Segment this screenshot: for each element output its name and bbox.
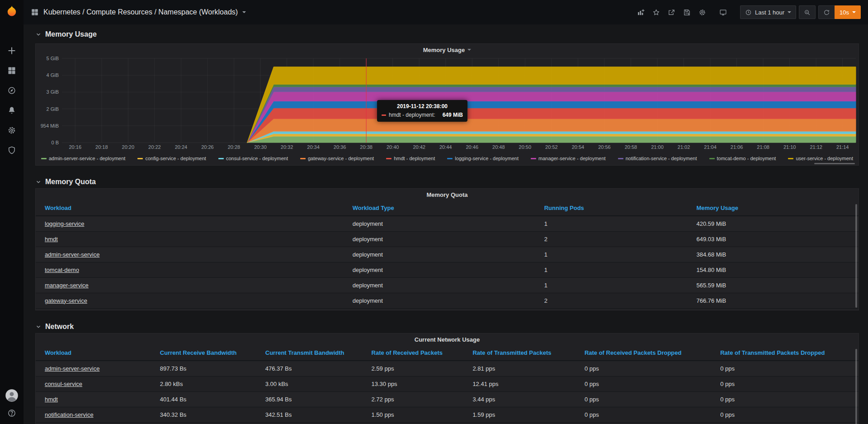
svg-text:20:30: 20:30 xyxy=(254,144,267,150)
share-icon xyxy=(668,9,675,16)
table-row: manager-servicedeployment1565.59 MiB xyxy=(36,277,859,293)
sidebar-item-configuration[interactable] xyxy=(0,120,24,140)
workload-link[interactable]: tomcat-demo xyxy=(45,267,79,273)
sidebar-item-create[interactable] xyxy=(0,41,24,61)
sidebar-item-server-admin[interactable] xyxy=(0,140,24,160)
svg-text:20:48: 20:48 xyxy=(492,144,505,150)
table-cell: 401.44 Bs xyxy=(151,391,256,407)
star-button[interactable] xyxy=(650,5,663,19)
gear-icon xyxy=(7,126,16,135)
memory-usage-chart[interactable]: 20:1620:1820:2020:2220:2420:2620:2820:30… xyxy=(36,56,859,152)
panel-title-network-usage[interactable]: Current Network Usage xyxy=(36,333,859,345)
column-header[interactable]: Rate of Received Packets Dropped xyxy=(576,345,711,361)
sidebar-bottom xyxy=(0,389,24,424)
workload-link[interactable]: manager-service xyxy=(45,282,89,289)
table-cell: deployment xyxy=(344,293,535,308)
legend-item[interactable]: consul-service - deployment xyxy=(218,156,288,161)
workload-link[interactable]: gateway-service xyxy=(45,297,87,304)
legend-item[interactable]: notification-service - deployment xyxy=(618,156,697,161)
refresh-icon xyxy=(823,9,830,16)
grafana-logo[interactable] xyxy=(4,4,19,19)
column-header[interactable]: Running Pods xyxy=(535,200,688,216)
svg-text:2 GiB: 2 GiB xyxy=(46,106,59,112)
magnifier-minus-icon xyxy=(804,9,811,16)
table-header-row: WorkloadWorkload TypeRunning PodsMemory … xyxy=(36,200,859,216)
table-cell: 1 xyxy=(535,247,688,262)
table-cell: 1.59 pps xyxy=(463,407,576,422)
cycle-view-button[interactable] xyxy=(717,5,730,19)
table-cell: 565.59 MiB xyxy=(687,277,859,293)
column-header[interactable]: Rate of Transmitted Packets xyxy=(463,345,576,361)
column-header[interactable]: Memory Usage xyxy=(687,200,859,216)
column-header[interactable]: Rate of Transmitted Packets Dropped xyxy=(711,345,859,361)
workload-link[interactable]: hmdt xyxy=(45,236,58,243)
sidebar-item-explore[interactable] xyxy=(0,81,24,100)
legend-series-marker xyxy=(447,158,453,159)
dashboard-settings-button[interactable] xyxy=(696,5,709,19)
add-panel-button[interactable] xyxy=(634,5,648,19)
horizontal-scrollbar[interactable] xyxy=(814,163,855,164)
workload-cell: hmdt xyxy=(36,231,344,247)
table-cell: 0 pps xyxy=(576,407,711,422)
legend-series-label: hmdt - deployment xyxy=(394,156,435,161)
save-button[interactable] xyxy=(680,5,694,19)
svg-text:21:04: 21:04 xyxy=(704,144,717,150)
memory-quota-panel: Memory Quota WorkloadWorkload TypeRunnin… xyxy=(35,188,859,310)
svg-text:20:42: 20:42 xyxy=(413,144,425,150)
sidebar-item-alerting[interactable] xyxy=(0,100,24,120)
workload-cell: gateway-service xyxy=(36,293,344,308)
zoom-out-button[interactable] xyxy=(799,5,816,19)
legend-item[interactable]: admin-server-service - deployment xyxy=(41,156,125,161)
table-row: gateway-servicedeployment2766.76 MiB xyxy=(36,293,859,308)
column-header[interactable]: Current Receive Bandwidth xyxy=(151,345,256,361)
column-header[interactable]: Rate of Received Packets xyxy=(363,345,464,361)
vertical-scrollbar[interactable] xyxy=(855,349,857,424)
table-cell: deployment xyxy=(344,231,535,247)
chevron-down-icon[interactable] xyxy=(242,11,246,13)
legend-item[interactable]: hmdt - deployment xyxy=(386,156,435,161)
sidebar-item-dashboards[interactable] xyxy=(0,61,24,81)
panel-title-memory-usage[interactable]: Memory Usage xyxy=(36,44,859,56)
workload-link[interactable]: admin-server-service xyxy=(45,365,99,372)
table-cell: 649.03 MiB xyxy=(687,231,859,247)
workload-cell: tomcat-demo xyxy=(36,262,344,277)
svg-text:20:24: 20:24 xyxy=(175,144,188,150)
column-header[interactable]: Workload xyxy=(36,345,151,361)
workload-link[interactable]: consul-service xyxy=(45,381,82,387)
section-header-memory-usage[interactable]: Memory Usage xyxy=(35,27,859,42)
dashboard-grid-icon xyxy=(31,8,39,16)
tooltip-series-row: hmdt - deployment: 649 MiB xyxy=(382,112,463,118)
refresh-interval-picker[interactable]: 10s xyxy=(835,5,861,19)
workload-link[interactable]: logging-service xyxy=(45,220,84,227)
user-avatar[interactable] xyxy=(5,389,19,402)
sidebar xyxy=(0,0,24,424)
svg-text:21:08: 21:08 xyxy=(757,144,769,150)
table-cell: 340.32 Bs xyxy=(151,407,256,422)
legend-item[interactable]: config-service - deployment xyxy=(137,156,206,161)
share-button[interactable] xyxy=(665,5,679,19)
column-header[interactable]: Workload Type xyxy=(344,200,535,216)
panel-title-memory-quota[interactable]: Memory Quota xyxy=(36,189,859,200)
legend-item[interactable]: tomcat-demo - deployment xyxy=(709,156,776,161)
workload-link[interactable]: hmdt xyxy=(45,396,58,403)
column-header[interactable]: Current Transmit Bandwidth xyxy=(256,345,363,361)
workload-link[interactable]: admin-server-service xyxy=(45,251,99,258)
legend-item[interactable]: manager-service - deployment xyxy=(531,156,606,161)
legend-item[interactable]: gateway-service - deployment xyxy=(300,156,374,161)
legend-series-marker xyxy=(41,158,47,159)
chart-legend: admin-server-service - deploymentconfig-… xyxy=(36,152,859,165)
table-cell: 1 xyxy=(535,216,688,231)
legend-item[interactable]: logging-service - deployment xyxy=(447,156,519,161)
sidebar-item-help[interactable] xyxy=(0,409,24,418)
table-cell: 12.41 pps xyxy=(463,376,576,391)
section-header-memory-quota[interactable]: Memory Quota xyxy=(35,176,859,188)
legend-item[interactable]: user-service - deployment xyxy=(788,156,853,161)
time-range-picker[interactable]: Last 1 hour xyxy=(740,5,796,19)
refresh-button[interactable] xyxy=(818,5,835,19)
dashboard-title[interactable]: Kubernetes / Compute Resources / Namespa… xyxy=(43,8,238,16)
grafana-app: Kubernetes / Compute Resources / Namespa… xyxy=(0,0,868,424)
workload-link[interactable]: notification-service xyxy=(45,411,94,418)
section-header-network[interactable]: Network xyxy=(35,320,859,333)
column-header[interactable]: Workload xyxy=(36,200,344,216)
vertical-scrollbar[interactable] xyxy=(855,204,857,308)
